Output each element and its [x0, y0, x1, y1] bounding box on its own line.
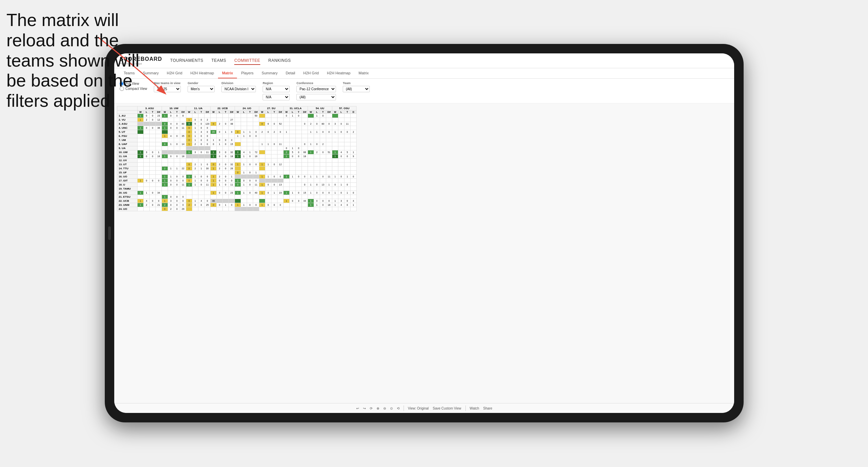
matrix-cell — [344, 179, 351, 183]
row-header-11: 12. UV — [117, 158, 138, 163]
matrix-cell: 1 — [211, 154, 217, 158]
matrix-cell: 3 — [168, 199, 174, 203]
gender-select[interactable]: Men's — [188, 86, 215, 92]
toolbar-save-custom[interactable]: Save Custom View — [433, 407, 461, 410]
matrix-cell — [296, 142, 302, 146]
toolbar-watch[interactable]: Watch — [470, 407, 479, 410]
matrix-cell: 2 — [192, 163, 198, 167]
matrix-cell — [314, 171, 320, 175]
matrix-cell — [271, 158, 278, 163]
matrix-cell: 1 — [211, 179, 217, 183]
toolbar-redo[interactable]: ↪ — [363, 407, 366, 410]
matrix-cell: 0 — [174, 175, 180, 179]
matrix-cell: 0 — [235, 183, 241, 187]
matrix-cell — [150, 171, 156, 175]
matrix-cell: 1 — [235, 179, 241, 183]
toolbar-zoom-in[interactable]: ⊕ — [377, 407, 379, 410]
matrix-cell — [351, 163, 357, 167]
matrix-cell: 0 — [302, 175, 308, 179]
team-select[interactable]: (All) — [343, 86, 370, 92]
subnav-h2h-heatmap[interactable]: H2H Heatmap — [186, 68, 218, 78]
conference-sub-select[interactable]: (All) — [296, 94, 336, 100]
matrix-cell: 1 — [168, 142, 174, 146]
subnav-players[interactable]: Players — [237, 68, 258, 78]
matrix-cell — [192, 154, 198, 158]
matrix-cell — [302, 187, 308, 191]
matrix-cell: 0 — [344, 203, 351, 207]
tablet-screen: SCOREBOARD Powered by clippd TOURNAMENTS… — [114, 53, 734, 413]
toolbar-zoom-out[interactable]: ⊖ — [383, 407, 386, 410]
matrix-cell — [253, 207, 259, 211]
matrix-cell — [344, 207, 351, 211]
nav-committee[interactable]: COMMITTEE — [234, 57, 260, 65]
matrix-cell — [302, 114, 308, 118]
conference-select[interactable]: Pac-12 Conference — [296, 86, 336, 92]
matrix-cell — [223, 199, 229, 203]
matrix-cell: 0 — [229, 138, 235, 142]
region-select[interactable]: N/A — [263, 86, 290, 92]
matrix-cell — [259, 118, 265, 122]
matrix-cell — [192, 187, 198, 191]
matrix-cell: 1 — [284, 175, 290, 179]
matrix-cell: 0 — [198, 134, 204, 138]
matrix-cell — [150, 158, 156, 163]
toolbar-fit[interactable]: ⊙ — [390, 407, 393, 410]
matrix-cell: 0 — [314, 122, 320, 126]
matrix-cell — [320, 179, 326, 183]
matrix-cell — [302, 171, 308, 175]
matrix-cell: 1 — [162, 134, 168, 138]
matrix-cell: 0 — [296, 154, 302, 158]
matrix-cell: 0 — [174, 207, 180, 211]
matrix-cell: 1 — [259, 175, 265, 179]
division-label: Division — [221, 81, 256, 85]
subnav-detail[interactable]: Detail — [282, 68, 299, 78]
subnav-matrix2[interactable]: Matrix — [355, 68, 373, 78]
matrix-cell: 1 — [259, 183, 265, 187]
matrix-cell: 0 — [174, 114, 180, 118]
nav-links: TOURNAMENTS TEAMS COMMITTEE RANKINGS — [170, 57, 291, 65]
toolbar-view-original[interactable]: View: Original — [408, 407, 429, 410]
matrix-cell — [259, 179, 265, 183]
row-header-9: 10. UW — [117, 150, 138, 154]
matrix-cell — [229, 171, 235, 175]
matrix-cell — [204, 191, 211, 195]
tablet-button — [108, 226, 111, 240]
matrix-cell — [326, 187, 332, 191]
matrix-cell: 1 — [259, 191, 265, 195]
matrix-cell: 0 — [174, 199, 180, 203]
subnav-summary2[interactable]: Summary — [258, 68, 282, 78]
matrix-cell: 0 — [351, 191, 357, 195]
matrix-cell: 0 — [253, 179, 259, 183]
matrix-cell — [290, 195, 296, 199]
matrix-area[interactable]: 3. ASU 10. UW 11. UA 22. UCB 24. UO 27. … — [114, 103, 734, 403]
toolbar-undo[interactable]: ↩ — [356, 407, 359, 410]
region-sub-select[interactable]: N/A — [263, 94, 290, 100]
toolbar-share[interactable]: Share — [483, 407, 492, 410]
matrix-cell — [278, 118, 284, 122]
matrix-cell — [271, 154, 278, 158]
matrix-cell — [320, 195, 326, 199]
subnav-h2h-grid2[interactable]: H2H Grid — [299, 68, 323, 78]
matrix-cell: 1 — [344, 175, 351, 179]
matrix-cell: 0 — [247, 191, 253, 195]
matrix-cell — [138, 130, 144, 134]
matrix-cell: 0 — [186, 167, 192, 171]
matrix-cell: 1 — [241, 130, 247, 134]
matrix-cell — [308, 167, 314, 171]
matrix-cell — [241, 207, 247, 211]
matrix-cell: 1 — [138, 203, 144, 207]
subnav-matrix[interactable]: Matrix — [218, 68, 237, 78]
matrix-cell — [302, 195, 308, 199]
toolbar-refresh[interactable]: ⟳ — [370, 407, 372, 410]
matrix-cell: 0 — [168, 179, 174, 183]
nav-teams[interactable]: TEAMS — [212, 57, 226, 65]
nav-rankings[interactable]: RANKINGS — [268, 57, 291, 65]
toolbar-reset[interactable]: ⟲ — [397, 407, 400, 410]
subnav-h2h-heatmap2[interactable]: H2H Heatmap — [323, 68, 355, 78]
matrix-cell — [332, 146, 338, 150]
matrix-cell — [253, 146, 259, 150]
row-header-5: 6. FSU — [117, 134, 138, 138]
matrix-cell — [332, 187, 338, 191]
division-select[interactable]: NCAA Division I — [221, 86, 256, 92]
matrix-cell — [162, 118, 168, 122]
